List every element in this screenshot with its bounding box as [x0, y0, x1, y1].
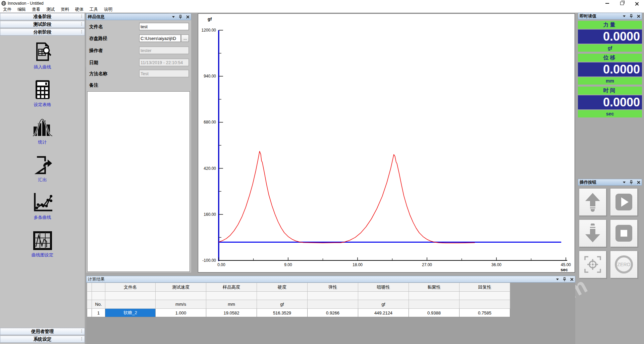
table-row: 1 软糖_2 1.000 19.0582 516.3529 0.9266 449… [87, 309, 510, 317]
svg-text:940.00: 940.00 [204, 74, 216, 79]
displacement-label: 位移 [578, 54, 642, 62]
panel-menu-button[interactable] [622, 14, 626, 18]
field-label: 文件名 [89, 24, 103, 30]
unit-hardness: gf [257, 300, 308, 309]
stage-user-management[interactable]: 使用者管理⋮ [0, 328, 85, 335]
operation-buttons-header: 操作按钮 [578, 179, 642, 186]
chart-panel: -100.00160.00420.00680.00940.001200.000.… [198, 13, 575, 273]
panel-close-button[interactable] [636, 180, 640, 184]
move-up-button[interactable] [579, 188, 606, 216]
springiness-cell[interactable]: 0.9266 [308, 309, 358, 317]
panel-menu-button[interactable] [171, 15, 175, 19]
svg-text:-100.00: -100.00 [202, 258, 216, 263]
results-panel: 计算结果 文件名 测试速度 样品高度 硬度 弹性 咀嚼性 黏聚性 [86, 276, 575, 344]
close-button[interactable] [629, 0, 644, 7]
menu-test[interactable]: 测试 [43, 7, 58, 12]
menu-hardware[interactable]: 硬体 [72, 7, 87, 12]
cohesiveness-cell[interactable]: 0.9388 [409, 309, 460, 317]
minimize-icon [605, 3, 609, 4]
col-test-speed: 测试速度 [156, 283, 206, 292]
menu-help[interactable]: 说明 [101, 7, 115, 12]
tool-insert-curve[interactable]: 插入曲线 [17, 37, 68, 74]
browse-button[interactable]: ... [181, 35, 189, 42]
results-header: 计算结果 [86, 276, 575, 283]
panel-close-button[interactable] [570, 277, 574, 281]
stage-analysis[interactable]: 分析阶段⋮ [0, 29, 85, 36]
panel-close-button[interactable] [185, 15, 190, 19]
menu-file[interactable]: 文件 [0, 7, 14, 12]
stage-test-label: 测试阶段 [34, 21, 52, 28]
live-readings-header: 即时读值 [578, 13, 642, 19]
grip-icon: ⋮ [80, 336, 84, 341]
chevron-down-icon [623, 15, 626, 17]
pin-icon [179, 15, 182, 19]
hardness-cell[interactable]: 516.3529 [257, 309, 308, 317]
run-button[interactable] [610, 188, 638, 216]
menu-edit[interactable]: 编辑 [14, 7, 29, 12]
grip-icon: ⋮ [80, 14, 84, 19]
tool-table-setup[interactable]: 设定表格 [17, 74, 68, 112]
save-path-input[interactable] [139, 35, 181, 42]
stage-prepare[interactable]: 准备阶段⋮ [0, 13, 85, 20]
stop-button[interactable] [610, 219, 638, 247]
panel-pin-button[interactable] [178, 15, 182, 19]
force-unit: gf [578, 44, 642, 52]
crosshair-icon [583, 255, 602, 274]
menu-tools[interactable]: 工具 [87, 7, 101, 12]
row-grip[interactable] [87, 309, 92, 317]
zero-button[interactable]: ZERO [610, 251, 638, 278]
tool-export[interactable]: 汇出 [17, 149, 68, 187]
restore-button[interactable] [614, 0, 629, 7]
field-label: 操作者 [89, 48, 103, 54]
svg-text:18.00: 18.00 [353, 262, 363, 267]
sidebar: 准备阶段⋮ 测试阶段⋮ 分析阶段⋮ 插入曲线 设定表格 统计 [0, 12, 85, 344]
title-bar: Innovation - Untitled [0, 0, 644, 7]
row-number-cell[interactable]: 1 [92, 309, 105, 317]
panel-pin-button[interactable] [562, 277, 567, 281]
panel-pin-button[interactable] [629, 14, 633, 18]
test-speed-cell[interactable]: 1.000 [156, 309, 206, 317]
grip-icon: ⋮ [80, 329, 84, 334]
results-table: 文件名 测试速度 样品高度 硬度 弹性 咀嚼性 黏聚性 回复性 No. mm/s… [87, 283, 510, 317]
tool-chart-settings[interactable]: 曲线图设定 [17, 225, 68, 262]
tool-multi-curve[interactable]: 多条曲线 [17, 187, 68, 225]
results-header-row: 文件名 测试速度 样品高度 硬度 弹性 咀嚼性 黏聚性 回复性 [87, 283, 510, 292]
table-setup-icon [35, 78, 50, 100]
stop-icon [614, 224, 633, 243]
chewiness-cell[interactable]: 449.2124 [358, 309, 409, 317]
unit-chewiness: gf [358, 300, 409, 309]
results-empty-row [87, 292, 510, 300]
minimize-button[interactable] [600, 0, 614, 7]
panel-menu-button[interactable] [622, 180, 626, 184]
svg-text:420.00: 420.00 [204, 166, 216, 171]
force-label: 力量 [578, 21, 642, 29]
operator-input [139, 47, 189, 54]
svg-text:45.00: 45.00 [561, 262, 571, 267]
filename-input[interactable] [139, 23, 189, 30]
sample-height-cell[interactable]: 19.0582 [206, 309, 257, 317]
target-button[interactable] [579, 251, 606, 278]
restore-icon [620, 2, 624, 5]
live-readings-panel: 即时读值 力量 0.0000 gf 位移 0.0000 mm 时间 0.0000… [578, 13, 642, 124]
stage-system-settings[interactable]: 系统设定⋮ [0, 336, 85, 343]
col-chewiness: 咀嚼性 [358, 283, 409, 292]
move-down-button[interactable] [579, 219, 606, 247]
filename-cell[interactable]: 软糖_2 [105, 309, 156, 317]
menu-view[interactable]: 查看 [29, 7, 43, 12]
field-label: 日期 [89, 60, 98, 66]
resilience-cell[interactable]: 0.7585 [460, 309, 510, 317]
panel-menu-button[interactable] [555, 277, 559, 281]
panel-close-button[interactable] [636, 14, 640, 18]
tool-statistics[interactable]: 统计 [17, 112, 68, 149]
system-settings-label: 系统设定 [34, 336, 52, 342]
panel-pin-button[interactable] [629, 180, 633, 184]
close-icon [637, 181, 640, 184]
notes-textarea[interactable] [87, 91, 190, 272]
analysis-tools: 插入曲线 设定表格 统计 汇出 [0, 37, 85, 262]
menu-data[interactable]: 资料 [58, 7, 72, 12]
tool-label: 多条曲线 [34, 214, 51, 220]
col-filename: 文件名 [105, 283, 156, 292]
svg-text:gf: gf [208, 16, 212, 21]
tool-label: 统计 [38, 139, 47, 145]
stage-test[interactable]: 测试阶段⋮ [0, 21, 85, 28]
